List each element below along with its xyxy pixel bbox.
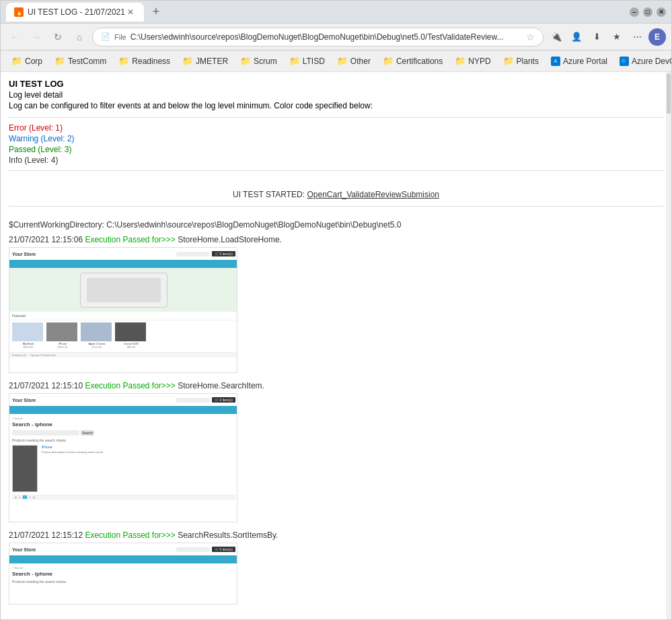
folder-icon: 📁 [289, 56, 300, 66]
divider-1 [9, 117, 663, 118]
info-level-label: Info (Level: 4) [9, 156, 663, 165]
maximize-button[interactable]: □ [643, 7, 652, 17]
log-subtitle: Log level detail [9, 90, 663, 100]
bookmark-other[interactable]: 📁 Other [332, 53, 376, 69]
bookmark-certifications-label: Certifications [396, 57, 443, 66]
bookmark-testcomm[interactable]: 📁 TestComm [49, 53, 112, 69]
bookmark-nypd-label: NYPD [468, 57, 490, 66]
current-dir: $CurrentWorkingDirectory: C:\Users\edwin… [9, 220, 663, 230]
bookmark-nypd[interactable]: 📁 NYPD [449, 53, 496, 69]
tab-close-button[interactable]: ✕ [125, 7, 136, 18]
page-content: UI TEST LOG Log level detail Log can be … [1, 72, 671, 619]
active-tab[interactable]: 🔥 UI TEST LOG - 21/07/2021 ✕ [6, 3, 144, 22]
bookmark-other-label: Other [350, 57, 371, 66]
scrollbar-track[interactable] [666, 72, 671, 619]
screenshot-3: Your Store 🛒 0 item(s) » Search Search -… [9, 543, 237, 605]
browser-window: 🔥 UI TEST LOG - 21/07/2021 ✕ + – □ ✕ ← →… [0, 0, 672, 620]
scrollbar-thumb[interactable] [667, 73, 671, 114]
log-timestamp-3: 21/07/2021 12:15:12 [9, 530, 85, 540]
new-tab-button[interactable]: + [147, 3, 165, 22]
extensions-button[interactable]: 🔌 [548, 28, 565, 46]
address-input[interactable]: 📄 File C:\Users\edwinh\source\repos\Blog… [92, 28, 544, 46]
bookmark-azure-devops[interactable]: 🔷 Azure DevOps [614, 54, 671, 69]
log-color-section: Error (Level: 1) Warning (Level: 2) Pass… [9, 123, 663, 165]
tab-label: UI TEST LOG - 21/07/2021 [28, 7, 125, 17]
profile-button[interactable]: E [648, 28, 666, 46]
bookmark-corp-label: Corp [25, 57, 42, 66]
test-started-value: OpenCart_ValidateReviewSubmision [307, 190, 439, 199]
folder-icon: 📁 [182, 56, 193, 66]
bookmark-readiness-label: Readiness [132, 57, 170, 66]
bookmark-azure-portal[interactable]: A Azure Portal [546, 54, 613, 69]
log-action-1: StoreHome.LoadStoreHome. [176, 235, 282, 244]
browser-actions: 🔌 👤 ⬇ ★ ⋯ E [548, 28, 666, 46]
address-bar: ← → ↻ ⌂ 📄 File C:\Users\edwinh\source\re… [1, 24, 671, 50]
log-entry-2: 21/07/2021 12:15:10 Execution Passed for… [9, 381, 663, 390]
screenshot-img-1: Your Store 🛒 0 item(s) Featured [9, 248, 237, 372]
log-action-2: StoreHome.SearchItem. [176, 381, 264, 390]
folder-icon: 📁 [383, 56, 394, 66]
bookmark-scrum[interactable]: 📁 Scrum [235, 53, 283, 69]
refresh-button[interactable]: ↻ [49, 28, 67, 46]
collections-button[interactable]: ★ [608, 28, 626, 46]
divider-2 [9, 170, 663, 171]
log-description: Log can be configured to filter events a… [9, 101, 663, 110]
downloads-button[interactable]: ⬇ [588, 28, 605, 46]
screenshot-2: Your Store 🛒 0 item(s) » Search Search -… [9, 393, 237, 522]
bookmark-corp[interactable]: 📁 Corp [6, 53, 48, 69]
folder-icon: 📁 [337, 56, 348, 66]
url-text: C:\Users\edwinh\source\repos\BlogDemoNug… [130, 32, 522, 42]
folder-icon: 📁 [240, 56, 251, 66]
title-bar: 🔥 UI TEST LOG - 21/07/2021 ✕ + – □ ✕ [1, 1, 671, 24]
minimize-button[interactable]: – [630, 7, 639, 17]
screenshot-img-2: Your Store 🛒 0 item(s) » Search Search -… [9, 394, 237, 522]
test-started-banner: UI TEST STARTED: OpenCart_ValidateReview… [9, 190, 663, 199]
close-window-button[interactable]: ✕ [657, 7, 666, 17]
folder-icon: 📁 [54, 56, 65, 66]
bookmark-azure-devops-label: Azure DevOps [632, 57, 671, 66]
bookmark-plants[interactable]: 📁 Plants [498, 53, 544, 69]
bookmark-star-icon[interactable]: ☆ [526, 32, 535, 42]
devops-icon: 🔷 [620, 57, 629, 66]
title-bar-controls: – □ ✕ [630, 7, 666, 17]
log-timestamp-1: 21/07/2021 12:15:06 [9, 235, 85, 244]
bookmark-readiness[interactable]: 📁 Readiness [113, 53, 176, 69]
bookmark-plants-label: Plants [517, 57, 539, 66]
log-entry-3: 21/07/2021 12:15:12 Execution Passed for… [9, 530, 663, 540]
log-title: UI TEST LOG [9, 79, 663, 89]
log-entry-1: 21/07/2021 12:15:06 Execution Passed for… [9, 235, 663, 244]
bookmark-scrum-label: Scrum [254, 57, 277, 66]
folder-icon: 📁 [118, 56, 129, 66]
test-started-label: UI TEST STARTED: [233, 190, 307, 199]
bookmark-jmeter[interactable]: 📁 JMETER [177, 53, 233, 69]
back-button[interactable]: ← [6, 28, 24, 46]
bookmark-ltisd[interactable]: 📁 LTISD [284, 53, 330, 69]
title-bar-left: 🔥 UI TEST LOG - 21/07/2021 ✕ + [6, 3, 630, 22]
log-passed-2: Execution Passed for>>> [85, 381, 175, 390]
bookmark-testcomm-label: TestComm [68, 57, 106, 66]
folder-icon: 📁 [11, 56, 22, 66]
tab-favicon: 🔥 [14, 7, 24, 17]
log-action-3: SearchResults.SortItemsBy. [176, 530, 278, 540]
passed-level-label: Passed (Level: 3) [9, 145, 663, 154]
folder-icon: 📁 [503, 56, 514, 66]
warning-level-label: Warning (Level: 2) [9, 134, 663, 143]
screenshot-img-3: Your Store 🛒 0 item(s) » Search Search -… [9, 543, 237, 604]
settings-button[interactable]: ⋯ [628, 28, 646, 46]
file-icon: 📄 [101, 32, 110, 41]
log-passed-1: Execution Passed for>>> [85, 235, 175, 244]
account-button[interactable]: 👤 [568, 28, 585, 46]
folder-icon: 📁 [455, 56, 465, 66]
bookmark-azure-portal-label: Azure Portal [563, 57, 607, 66]
error-level-label: Error (Level: 1) [9, 123, 663, 133]
azure-icon: A [551, 57, 560, 66]
bookmark-ltisd-label: LTISD [303, 57, 325, 66]
bookmark-certifications[interactable]: 📁 Certifications [377, 53, 448, 69]
home-button[interactable]: ⌂ [71, 28, 88, 46]
log-timestamp-2: 21/07/2021 12:15:10 [9, 381, 85, 390]
log-passed-3: Execution Passed for>>> [85, 530, 175, 540]
forward-button[interactable]: → [28, 28, 45, 46]
bookmark-jmeter-label: JMETER [196, 57, 228, 66]
divider-3 [9, 206, 663, 207]
screenshot-1: Your Store 🛒 0 item(s) Featured [9, 247, 237, 373]
